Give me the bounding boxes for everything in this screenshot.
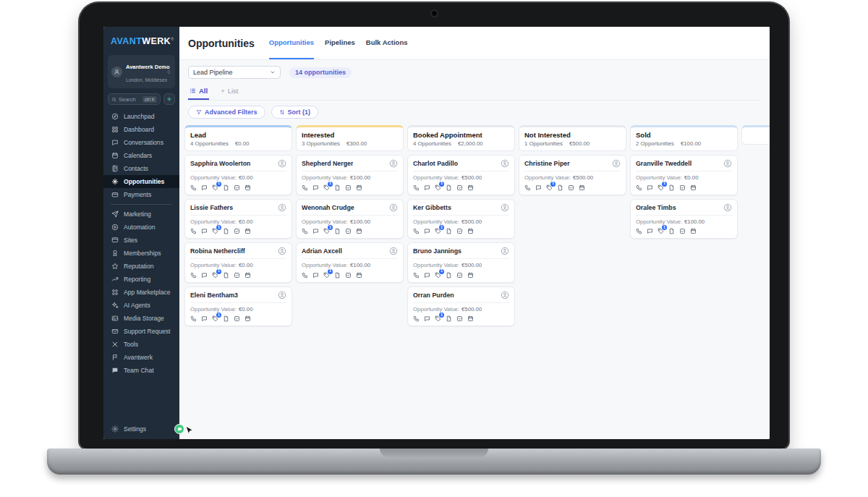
contact-person-icon[interactable] (723, 159, 732, 168)
opportunity-card[interactable]: Shepherd Nerger Opportunity Value:€100.0… (296, 155, 404, 195)
message-icon[interactable] (312, 228, 319, 234)
opportunity-card[interactable]: Charlot Padillo Opportunity Value:€500.0… (407, 155, 515, 195)
file-icon[interactable] (223, 184, 229, 191)
message-icon[interactable] (535, 184, 542, 191)
contact-person-icon[interactable] (389, 203, 398, 212)
sort-button[interactable]: Sort (1) (271, 106, 319, 119)
column-header[interactable] (741, 125, 770, 145)
tag-icon[interactable]: 1 (435, 228, 441, 234)
calendar-icon[interactable] (356, 228, 362, 234)
file-icon[interactable] (334, 272, 341, 279)
message-icon[interactable] (312, 272, 319, 279)
file-icon[interactable] (446, 272, 452, 279)
tag-icon[interactable]: 1 (546, 184, 553, 191)
opportunity-card[interactable]: Adrian Axcell Opportunity Value:€100.00 … (296, 242, 404, 283)
calendar-icon[interactable] (467, 184, 474, 191)
sidebar-item-sites[interactable]: Sites (103, 234, 179, 247)
opportunity-card[interactable]: Bruno Jannings Opportunity Value:€500.00… (407, 242, 515, 283)
phone-icon[interactable] (413, 272, 420, 279)
help-chat-widget[interactable] (174, 424, 184, 434)
sidebar-item-contacts[interactable]: Contacts (103, 162, 179, 175)
sidebar-item-app-marketplace[interactable]: App Marketplace (103, 286, 179, 299)
phone-icon[interactable] (413, 315, 420, 322)
calendar-icon[interactable] (690, 228, 697, 234)
file-icon[interactable] (446, 228, 452, 234)
task-icon[interactable] (234, 228, 240, 234)
file-icon[interactable] (446, 184, 452, 191)
tab-opportunities[interactable]: Opportunities (269, 27, 314, 59)
contact-person-icon[interactable] (389, 159, 398, 168)
sidebar-item-payments[interactable]: Payments (103, 188, 179, 201)
tag-icon[interactable]: 1 (658, 228, 664, 234)
task-icon[interactable] (456, 315, 463, 322)
task-icon[interactable] (568, 184, 574, 191)
opportunity-card[interactable]: Ker Gibbetts Opportunity Value:€500.00 1 (407, 199, 515, 239)
tag-icon[interactable]: 1 (323, 272, 330, 279)
calendar-icon[interactable] (467, 272, 474, 279)
pipeline-select[interactable]: Lead Pipeline (188, 66, 281, 79)
opportunity-card[interactable]: Wenonah Crudge Opportunity Value:€100.00… (296, 199, 404, 239)
opportunity-card[interactable]: Orran Purden Opportunity Value:€500.00 1 (407, 286, 515, 327)
task-icon[interactable] (345, 228, 352, 234)
tag-icon[interactable]: 1 (323, 228, 330, 234)
file-icon[interactable] (334, 184, 341, 191)
task-icon[interactable] (345, 184, 352, 191)
task-icon[interactable] (456, 272, 463, 279)
sidebar-item-conversations[interactable]: Conversations (103, 136, 179, 149)
calendar-icon[interactable] (467, 228, 474, 234)
message-icon[interactable] (647, 228, 653, 234)
contact-person-icon[interactable] (501, 203, 509, 212)
message-icon[interactable] (201, 184, 208, 191)
opportunity-card[interactable]: Lissie Fathers Opportunity Value:€0.00 1 (184, 199, 292, 239)
message-icon[interactable] (312, 184, 319, 191)
task-icon[interactable] (679, 184, 686, 191)
column-header[interactable]: Booked Appointment 4 Opportunities €2,00… (407, 125, 515, 151)
search-input[interactable]: Search ctrl K (108, 93, 161, 105)
contact-person-icon[interactable] (278, 203, 286, 212)
sidebar-item-tools[interactable]: Tools (103, 338, 179, 351)
tag-icon[interactable]: 1 (658, 184, 664, 191)
contact-person-icon[interactable] (501, 291, 509, 300)
file-icon[interactable] (668, 184, 675, 191)
task-icon[interactable] (456, 184, 463, 191)
opportunity-card[interactable]: Christine Piper Opportunity Value:€500.0… (519, 155, 626, 195)
column-header[interactable]: Interested 3 Opportunities €300.00 (296, 125, 404, 151)
file-icon[interactable] (223, 315, 229, 322)
task-icon[interactable] (234, 184, 240, 191)
tab-pipelines[interactable]: Pipelines (325, 27, 355, 59)
file-icon[interactable] (334, 228, 341, 234)
phone-icon[interactable] (190, 315, 197, 322)
phone-icon[interactable] (302, 184, 308, 191)
phone-icon[interactable] (413, 228, 420, 234)
sidebar-item-team-chat[interactable]: Team Chat (103, 364, 179, 377)
quick-add-button[interactable] (163, 93, 175, 105)
task-icon[interactable] (234, 315, 240, 322)
contact-person-icon[interactable] (278, 159, 286, 168)
tag-icon[interactable]: 1 (435, 272, 441, 279)
phone-icon[interactable] (190, 184, 197, 191)
contact-person-icon[interactable] (389, 247, 398, 255)
calendar-icon[interactable] (690, 184, 697, 191)
file-icon[interactable] (557, 184, 563, 191)
message-icon[interactable] (424, 184, 430, 191)
tag-icon[interactable]: 1 (435, 315, 441, 322)
advanced-filters-button[interactable]: Advanced Filters (188, 106, 265, 119)
calendar-icon[interactable] (244, 315, 251, 322)
sidebar-item-opportunities[interactable]: Opportunities (103, 175, 179, 188)
sidebar-item-calendars[interactable]: Calendars (103, 149, 179, 162)
file-icon[interactable] (446, 315, 452, 322)
calendar-icon[interactable] (356, 272, 362, 279)
sidebar-item-media-storage[interactable]: Media Storage (103, 312, 179, 325)
task-icon[interactable] (679, 228, 686, 234)
file-icon[interactable] (223, 272, 229, 279)
sidebar-item-memberships[interactable]: Memberships (103, 247, 179, 260)
sidebar-item-dashboard[interactable]: Dashboard (103, 123, 179, 136)
calendar-icon[interactable] (244, 228, 251, 234)
contact-person-icon[interactable] (278, 291, 286, 300)
phone-icon[interactable] (636, 228, 642, 234)
contact-person-icon[interactable] (501, 159, 509, 168)
contact-person-icon[interactable] (278, 247, 286, 255)
sidebar-item-settings[interactable]: Settings (103, 420, 179, 439)
sidebar-item-marketing[interactable]: Marketing (103, 208, 179, 221)
sidebar-item-ai-agents[interactable]: AI Agents (103, 299, 179, 312)
